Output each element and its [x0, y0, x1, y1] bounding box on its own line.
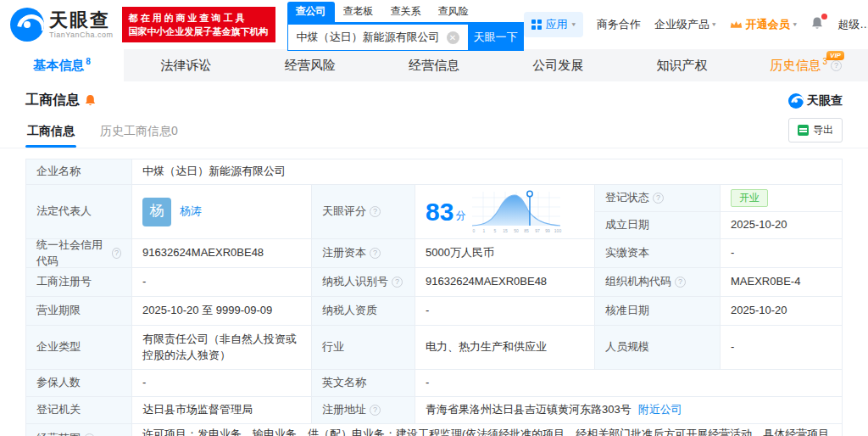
logo-texts: 天眼查 TianYanCha.com — [49, 10, 114, 39]
tab-operating-risk[interactable]: 经营风险 — [248, 49, 372, 81]
search-input[interactable] — [287, 24, 468, 51]
field-value-staff-size: - — [721, 326, 843, 370]
field-value-tianyan-score: 83 分 — [415, 185, 595, 239]
tianyancha-logo[interactable]: 天眼查 TianYanCha.com — [10, 8, 114, 42]
field-label-taxpayer-id: 纳税人识别号 ? — [312, 268, 415, 297]
tianyancha-logo-icon — [10, 8, 44, 42]
field-label-organization-code: 组织机构代码 ? — [595, 268, 721, 297]
promo-banner: 都在用的商业查询工具 国家中小企业发展子基金旗下机构 — [122, 7, 275, 42]
help-icon[interactable]: ? — [675, 277, 686, 288]
logo-domain: TianYanCha.com — [49, 31, 114, 39]
score-marker-pin — [527, 191, 532, 196]
field-value-registration-authority: 达日县市场监督管理局 — [132, 397, 312, 424]
tab-intellectual-property[interactable]: 知识产权 — [620, 49, 743, 81]
search-tab-risk[interactable]: 查风险 — [430, 2, 477, 22]
field-label-registration-number: 工商注册号 — [26, 268, 132, 297]
business-cooperation-label: 商务合作 — [597, 17, 641, 32]
apps-grid-icon — [531, 20, 542, 30]
promo-banner-line1: 都在用的商业查询工具 — [129, 11, 269, 25]
vip-badge: VIP — [826, 51, 844, 60]
tab-operating-info-label: 经营信息 — [409, 58, 459, 74]
user-menu[interactable]: 超级… ▾ — [837, 17, 868, 32]
clear-search-icon[interactable]: ✕ — [447, 31, 459, 44]
open-vip-label: 开通会员 — [746, 17, 790, 32]
tianyancha-watermark: 天眼查 — [788, 93, 843, 109]
field-value-company-name: 中煤（达日）新能源有限公司 — [132, 159, 843, 185]
field-value-approval-date: 2025-10-20 — [721, 297, 843, 326]
field-value-taxpayer-quality: - — [415, 297, 595, 326]
registered-capital-label-text: 注册资本 — [322, 245, 366, 261]
notifications-button[interactable] — [810, 16, 824, 33]
field-value-taxpayer-id: 91632624MAEXR0BE48 — [415, 268, 595, 297]
search-tab-boss[interactable]: 查老板 — [335, 2, 382, 22]
field-value-registered-capital: 5000万人民币 — [415, 239, 595, 268]
field-label-legal-representative: 法定代表人 — [26, 185, 132, 239]
tab-history-info[interactable]: VIP 历史信息 3 ? — [744, 49, 868, 81]
business-info-table: 企业名称 中煤（达日）新能源有限公司 法定代表人 杨 杨涛 登记状态 ? 开业 … — [25, 159, 843, 436]
section-title: 工商信息 — [25, 92, 96, 109]
search-block: 查公司 查老板 查关系 查风险 天眼一下 ✕ — [287, 2, 524, 51]
svg-text:1: 1 — [483, 228, 486, 233]
field-value-company-type: 有限责任公司（非自然人投资或控股的法人独资） — [132, 326, 312, 370]
export-button[interactable]: 导出 — [788, 118, 843, 143]
svg-text:99: 99 — [546, 228, 551, 233]
help-icon[interactable]: ? — [370, 248, 381, 259]
help-icon[interactable]: ? — [653, 193, 664, 204]
field-value-business-term: 2025-10-20 至 9999-09-09 — [132, 297, 312, 326]
score-number: 83 — [426, 199, 453, 225]
company-tab-bar: 基本信息 8 法律诉讼 经营风险 经营信息 公司发展 知识产权 VIP 历史信息… — [0, 49, 868, 81]
credit-code-label-text: 统一社会信用代码 — [36, 238, 108, 270]
nav-item-enterprise-products[interactable]: 企业级产品 ▾ — [654, 17, 716, 32]
field-label-staff-size: 人员规模 — [595, 326, 721, 370]
notification-dot — [821, 14, 827, 20]
bell-curve-fill-left — [472, 195, 560, 226]
excel-icon — [798, 125, 809, 136]
legal-rep-link[interactable]: 杨涛 — [180, 204, 202, 220]
legal-rep-avatar[interactable]: 杨 — [142, 198, 171, 226]
svg-text:97: 97 — [536, 228, 541, 233]
open-vip-button[interactable]: 开通会员 ▾ — [730, 17, 798, 32]
help-icon[interactable]: ? — [370, 206, 381, 217]
subtab-business-info[interactable]: 工商信息 — [25, 119, 76, 148]
top-navigation: 应用 ▾ 商务合作 企业级产品 ▾ 开通会员 ▾ — [524, 12, 868, 37]
search-button[interactable]: 天眼一下 — [468, 24, 524, 51]
registered-address-label-text: 注册地址 — [322, 402, 366, 418]
tab-history-info-label: 历史信息 — [771, 58, 821, 74]
score-unit: 分 — [455, 209, 465, 223]
svg-text:100: 100 — [554, 228, 562, 233]
site-header: 天眼查 TianYanCha.com 都在用的商业查询工具 国家中小企业发展子基… — [0, 0, 868, 49]
field-label-business-scope: 经营范围? — [26, 424, 132, 436]
subtab-history-business-info[interactable]: 历史工商信息0 — [98, 119, 180, 148]
field-label-credit-code: 统一社会信用代码 ? — [26, 239, 132, 268]
help-icon[interactable]: ? — [370, 405, 381, 416]
score-bell-curve-chart[interactable]: 0 1 5 15 50 85 97 99 100 — [469, 188, 564, 236]
help-icon[interactable]: ? — [392, 277, 403, 288]
field-label-company-type: 企业类型 — [26, 326, 132, 370]
taxpayer-id-label-text: 纳税人识别号 — [322, 274, 388, 290]
help-icon[interactable]: ? — [112, 248, 121, 259]
nav-item-business-cooperation[interactable]: 商务合作 — [597, 17, 641, 32]
search-tab-relation[interactable]: 查关系 — [382, 2, 430, 22]
field-label-registration-status: 登记状态 ? — [595, 185, 721, 212]
registration-status-label-text: 登记状态 — [605, 190, 649, 206]
tab-basic-info[interactable]: 基本信息 8 — [0, 49, 124, 81]
field-label-insured-count: 参保人数 — [26, 370, 132, 397]
field-label-paid-capital: 实缴资本 — [595, 239, 721, 268]
tab-company-development[interactable]: 公司发展 — [496, 49, 620, 81]
field-value-english-name: - — [415, 370, 843, 397]
registered-address-text: 青海省果洛州达日县吉迈镇黄河东路303号 — [426, 402, 632, 418]
tab-operating-info[interactable]: 经营信息 — [372, 49, 496, 81]
field-value-registration-number: - — [132, 268, 312, 297]
enterprise-products-label: 企业级产品 — [654, 17, 709, 32]
chevron-down-icon: ▾ — [572, 21, 576, 28]
search-tab-company[interactable]: 查公司 — [287, 2, 335, 22]
field-label-registration-authority: 登记机关 — [26, 397, 132, 424]
chevron-down-icon: ▾ — [793, 21, 798, 28]
field-value-paid-capital: - — [721, 239, 843, 268]
tab-legal-proceedings[interactable]: 法律诉讼 — [124, 49, 248, 81]
username-label: 超级… — [837, 17, 868, 32]
nearby-companies-link[interactable]: 附近公司 — [638, 402, 682, 418]
help-icon[interactable]: ? — [831, 60, 842, 71]
apps-menu[interactable]: 应用 ▾ — [524, 12, 584, 37]
crown-icon — [730, 20, 743, 30]
